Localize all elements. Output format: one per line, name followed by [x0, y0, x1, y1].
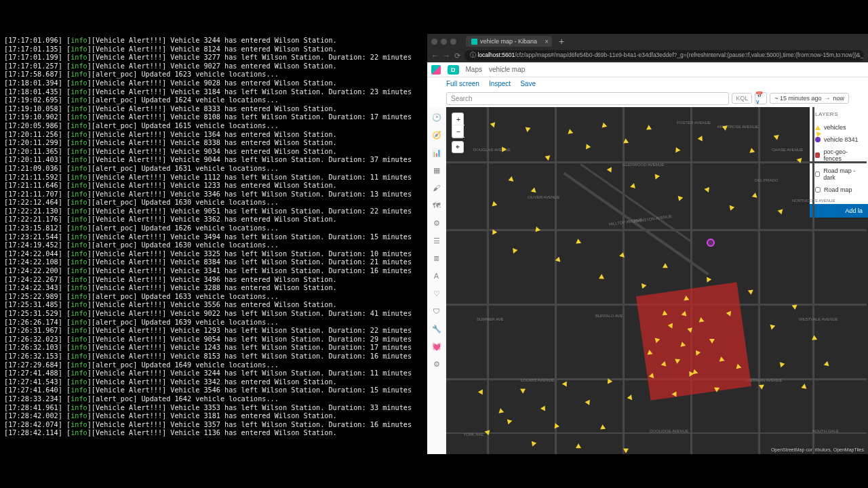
kql-toggle[interactable]: KQL	[732, 93, 752, 104]
monitoring-icon[interactable]: 💓	[432, 342, 441, 351]
layer-Road-map---dark[interactable]: Road map - dark	[810, 165, 868, 184]
geofence-polygon[interactable]	[636, 282, 751, 400]
vehicle-marker[interactable]	[642, 283, 647, 289]
zoom-out-button[interactable]: −	[452, 125, 465, 138]
vehicle-marker[interactable]	[562, 381, 569, 388]
vehicle-marker[interactable]	[524, 127, 530, 132]
full-screen-link[interactable]: Full screen	[446, 80, 479, 87]
browser-tab[interactable]: vehicle map - Kibana ×	[466, 36, 552, 47]
vehicle-marker[interactable]	[513, 247, 518, 253]
zoom-in-button[interactable]: +	[452, 113, 465, 125]
vehicle-marker[interactable]	[508, 176, 514, 181]
vehicle-marker[interactable]	[728, 203, 735, 210]
logs-icon[interactable]: ≣	[432, 253, 441, 263]
vehicle-marker[interactable]	[719, 356, 725, 361]
vehicle-marker[interactable]	[675, 147, 681, 153]
kibana-logo-icon[interactable]	[431, 65, 441, 75]
terminal-output[interactable]: [17:17:01.096] [info][Vehicle Alert!!!] …	[0, 34, 427, 454]
vehicle-marker[interactable]	[662, 310, 668, 315]
maximize-window-icon[interactable]	[450, 39, 456, 45]
siem-icon[interactable]: 🛡	[432, 306, 441, 316]
dashboard-icon[interactable]: ▦	[432, 165, 441, 175]
vehicle-marker[interactable]	[709, 339, 715, 344]
vehicle-marker[interactable]	[704, 186, 709, 192]
vehicle-marker[interactable]	[507, 418, 513, 424]
vehicle-marker[interactable]	[698, 317, 705, 322]
vehicle-marker[interactable]	[574, 239, 581, 246]
infra-icon[interactable]: ☰	[432, 236, 441, 245]
forward-button[interactable]: →	[443, 52, 450, 60]
vehicle-marker[interactable]	[646, 349, 652, 354]
vehicle-marker[interactable]	[684, 296, 690, 301]
vehicle-marker[interactable]	[630, 182, 637, 188]
back-button[interactable]: ←	[431, 52, 439, 60]
vehicle-marker[interactable]	[519, 386, 526, 393]
vehicle-marker[interactable]	[576, 443, 583, 450]
save-link[interactable]: Save	[520, 80, 536, 87]
canvas-icon[interactable]: 🖌	[432, 183, 441, 192]
vehicle-marker[interactable]	[627, 394, 635, 401]
vehicle-marker[interactable]	[646, 125, 653, 131]
vehicle-marker[interactable]	[772, 134, 778, 140]
vehicle-marker[interactable]	[492, 201, 498, 208]
inspect-link[interactable]: Inspect	[489, 80, 511, 87]
vehicle-marker[interactable]	[530, 188, 536, 195]
apm-icon[interactable]: A	[432, 271, 441, 281]
add-layer-button[interactable]: Add la	[810, 204, 868, 218]
address-bar[interactable]: ⓘ localhost:5601/cfz/app/maps#/map/d6fe5…	[465, 50, 864, 61]
vehicle-marker[interactable]	[671, 391, 676, 396]
vehicle-marker[interactable]	[597, 274, 604, 281]
vehicle-marker[interactable]	[748, 287, 755, 295]
vehicle-marker[interactable]	[530, 439, 537, 446]
breadcrumb-maps[interactable]: Maps	[466, 66, 482, 73]
vehicle-marker[interactable]	[599, 424, 606, 432]
dev-tools-icon[interactable]: 🔧	[432, 324, 441, 333]
vehicle-marker[interactable]	[698, 136, 705, 142]
uptime-icon[interactable]: ♡	[432, 289, 441, 298]
vehicle-marker[interactable]	[602, 123, 608, 129]
search-input[interactable]: Search	[446, 92, 729, 105]
reload-button[interactable]: ⟳	[454, 52, 460, 60]
tracked-vehicle-marker[interactable]	[707, 239, 715, 247]
close-window-icon[interactable]	[431, 39, 437, 45]
vehicle-marker[interactable]	[545, 155, 551, 161]
vehicle-marker[interactable]	[816, 131, 822, 137]
vehicle-marker[interactable]	[823, 361, 829, 368]
vehicle-marker[interactable]	[780, 361, 786, 367]
vehicle-marker[interactable]	[801, 383, 807, 388]
vehicle-marker[interactable]	[777, 208, 783, 214]
visualize-icon[interactable]: 📊	[432, 148, 441, 157]
vehicle-marker[interactable]	[553, 422, 559, 429]
space-selector[interactable]: D	[448, 65, 459, 75]
recently-viewed-icon[interactable]: 🕑	[432, 113, 441, 122]
vehicle-marker[interactable]	[478, 390, 485, 396]
minimize-window-icon[interactable]	[441, 39, 447, 45]
new-tab-button[interactable]: +	[555, 36, 568, 47]
map-canvas[interactable]: + − ⌖ LAYERS vehiclesvehicle 8341poc-geo…	[446, 107, 868, 454]
vehicle-marker[interactable]	[653, 174, 660, 181]
maps-icon[interactable]: 🗺	[432, 201, 441, 210]
fit-bounds-button[interactable]: ⌖	[452, 141, 464, 153]
vehicle-marker[interactable]	[676, 194, 684, 201]
vehicle-marker[interactable]	[497, 408, 505, 415]
vehicle-marker[interactable]	[792, 305, 798, 310]
layer-Road-map[interactable]: Road map	[810, 184, 868, 196]
vehicle-marker[interactable]	[584, 144, 591, 150]
vehicle-marker[interactable]	[566, 129, 574, 136]
vehicle-marker[interactable]	[619, 251, 626, 258]
vehicle-marker[interactable]	[607, 165, 614, 172]
close-tab-icon[interactable]: ×	[545, 38, 549, 45]
time-range-picker[interactable]: ~ 15 minutes ago → now	[770, 93, 849, 104]
vehicle-marker[interactable]	[540, 405, 547, 411]
vehicle-marker[interactable]	[705, 275, 712, 282]
vehicle-marker[interactable]	[484, 429, 490, 436]
vehicle-marker[interactable]	[689, 371, 694, 376]
vehicle-marker[interactable]	[748, 148, 755, 155]
vehicle-marker[interactable]	[585, 399, 590, 405]
management-icon[interactable]: ⚙	[432, 359, 441, 369]
vehicle-marker[interactable]	[661, 263, 668, 270]
ml-icon[interactable]: ⚙	[432, 218, 441, 228]
vehicle-marker[interactable]	[490, 121, 496, 127]
vehicle-marker[interactable]	[555, 257, 561, 263]
date-picker-icon[interactable]: 📅∨	[755, 92, 767, 104]
